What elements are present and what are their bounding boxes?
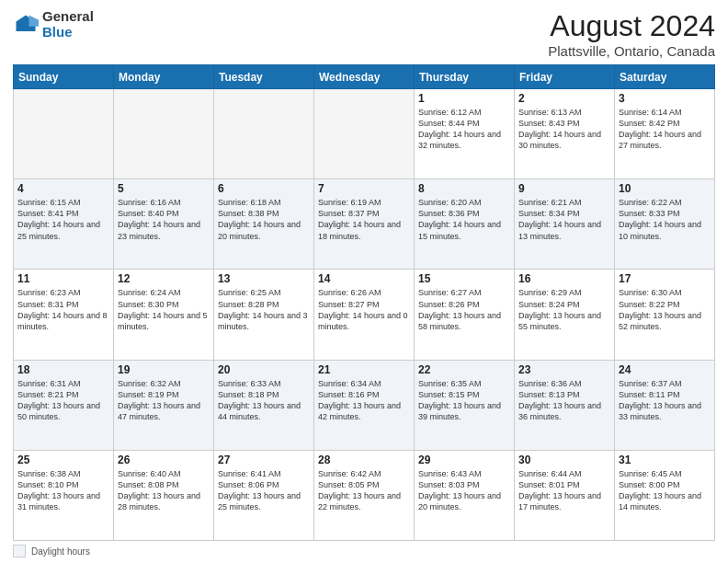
day-info: Sunrise: 6:15 AMSunset: 8:41 PMDaylight:… — [17, 197, 109, 242]
day-info: Sunrise: 6:22 AMSunset: 8:33 PMDaylight:… — [619, 197, 711, 242]
day-number: 10 — [619, 182, 711, 195]
day-info: Sunrise: 6:40 AMSunset: 8:08 PMDaylight:… — [118, 468, 210, 513]
day-number: 21 — [318, 363, 410, 376]
day-number: 31 — [619, 454, 711, 466]
table-row: 18Sunrise: 6:31 AMSunset: 8:21 PMDayligh… — [14, 360, 114, 450]
table-row: 1Sunrise: 6:12 AMSunset: 8:44 PMDaylight… — [415, 89, 515, 179]
day-number: 12 — [118, 272, 210, 285]
header-friday: Friday — [515, 65, 615, 89]
logo: General Blue — [13, 9, 94, 40]
day-number: 28 — [318, 454, 410, 466]
day-info: Sunrise: 6:12 AMSunset: 8:44 PMDaylight:… — [418, 107, 510, 152]
table-row: 16Sunrise: 6:29 AMSunset: 8:24 PMDayligh… — [515, 270, 615, 360]
day-number: 27 — [218, 454, 310, 466]
day-info: Sunrise: 6:25 AMSunset: 8:28 PMDaylight:… — [218, 287, 310, 332]
day-info: Sunrise: 6:16 AMSunset: 8:40 PMDaylight:… — [118, 197, 210, 242]
table-row: 29Sunrise: 6:43 AMSunset: 8:03 PMDayligh… — [415, 450, 515, 540]
day-number: 17 — [619, 272, 711, 285]
table-row: 23Sunrise: 6:36 AMSunset: 8:13 PMDayligh… — [515, 360, 615, 450]
legend-box — [13, 545, 26, 557]
weekday-header-row: Sunday Monday Tuesday Wednesday Thursday… — [14, 65, 715, 89]
day-info: Sunrise: 6:36 AMSunset: 8:13 PMDaylight:… — [518, 378, 610, 423]
table-row: 15Sunrise: 6:27 AMSunset: 8:26 PMDayligh… — [415, 270, 515, 360]
day-number: 25 — [17, 454, 109, 466]
legend-label: Daylight hours — [31, 546, 90, 557]
day-number: 26 — [118, 454, 210, 466]
table-row: 21Sunrise: 6:34 AMSunset: 8:16 PMDayligh… — [314, 360, 415, 450]
day-info: Sunrise: 6:37 AMSunset: 8:11 PMDaylight:… — [619, 378, 711, 423]
table-row: 8Sunrise: 6:20 AMSunset: 8:36 PMDaylight… — [415, 179, 515, 270]
table-row: 30Sunrise: 6:44 AMSunset: 8:01 PMDayligh… — [515, 450, 615, 540]
table-row — [114, 89, 214, 179]
logo-text: General Blue — [42, 9, 94, 40]
day-info: Sunrise: 6:14 AMSunset: 8:42 PMDaylight:… — [619, 107, 711, 152]
day-info: Sunrise: 6:31 AMSunset: 8:21 PMDaylight:… — [17, 378, 109, 423]
table-row: 9Sunrise: 6:21 AMSunset: 8:34 PMDaylight… — [515, 179, 615, 270]
day-info: Sunrise: 6:21 AMSunset: 8:34 PMDaylight:… — [518, 197, 610, 242]
day-info: Sunrise: 6:32 AMSunset: 8:19 PMDaylight:… — [118, 378, 210, 423]
table-row: 4Sunrise: 6:15 AMSunset: 8:41 PMDaylight… — [14, 179, 114, 270]
table-row: 6Sunrise: 6:18 AMSunset: 8:38 PMDaylight… — [214, 179, 314, 270]
day-number: 29 — [418, 454, 510, 466]
day-info: Sunrise: 6:35 AMSunset: 8:15 PMDaylight:… — [418, 378, 510, 423]
day-number: 30 — [518, 454, 610, 466]
day-number: 16 — [518, 272, 610, 285]
header-wednesday: Wednesday — [314, 65, 415, 89]
svg-marker-1 — [29, 15, 40, 26]
table-row — [214, 89, 314, 179]
day-number: 24 — [619, 363, 711, 376]
calendar-week-row: 25Sunrise: 6:38 AMSunset: 8:10 PMDayligh… — [14, 450, 715, 540]
table-row: 24Sunrise: 6:37 AMSunset: 8:11 PMDayligh… — [615, 360, 715, 450]
day-number: 5 — [118, 182, 210, 195]
header-sunday: Sunday — [14, 65, 114, 89]
table-row: 26Sunrise: 6:40 AMSunset: 8:08 PMDayligh… — [114, 450, 214, 540]
day-number: 15 — [418, 272, 510, 285]
logo-general-text: General — [42, 9, 94, 25]
calendar-week-row: 11Sunrise: 6:23 AMSunset: 8:31 PMDayligh… — [14, 270, 715, 360]
calendar-week-row: 4Sunrise: 6:15 AMSunset: 8:41 PMDaylight… — [14, 179, 715, 270]
table-row: 19Sunrise: 6:32 AMSunset: 8:19 PMDayligh… — [114, 360, 214, 450]
day-info: Sunrise: 6:27 AMSunset: 8:26 PMDaylight:… — [418, 287, 510, 332]
day-info: Sunrise: 6:24 AMSunset: 8:30 PMDaylight:… — [118, 287, 210, 332]
header-thursday: Thursday — [415, 65, 515, 89]
header: General Blue August 2024 Plattsville, On… — [13, 9, 715, 59]
day-number: 7 — [318, 182, 410, 195]
title-block: August 2024 Plattsville, Ontario, Canada — [548, 9, 715, 59]
day-number: 13 — [218, 272, 310, 285]
day-number: 8 — [418, 182, 510, 195]
logo-blue-text: Blue — [42, 25, 94, 40]
day-info: Sunrise: 6:44 AMSunset: 8:01 PMDaylight:… — [518, 468, 610, 513]
table-row: 3Sunrise: 6:14 AMSunset: 8:42 PMDaylight… — [615, 89, 715, 179]
day-info: Sunrise: 6:41 AMSunset: 8:06 PMDaylight:… — [218, 468, 310, 513]
header-saturday: Saturday — [615, 65, 715, 89]
table-row: 28Sunrise: 6:42 AMSunset: 8:05 PMDayligh… — [314, 450, 415, 540]
footer: Daylight hours — [13, 545, 715, 557]
day-info: Sunrise: 6:18 AMSunset: 8:38 PMDaylight:… — [218, 197, 310, 242]
day-number: 22 — [418, 363, 510, 376]
table-row — [314, 89, 415, 179]
day-info: Sunrise: 6:38 AMSunset: 8:10 PMDaylight:… — [17, 468, 109, 513]
table-row: 31Sunrise: 6:45 AMSunset: 8:00 PMDayligh… — [615, 450, 715, 540]
table-row: 17Sunrise: 6:30 AMSunset: 8:22 PMDayligh… — [615, 270, 715, 360]
day-info: Sunrise: 6:33 AMSunset: 8:18 PMDaylight:… — [218, 378, 310, 423]
day-number: 18 — [17, 363, 109, 376]
day-info: Sunrise: 6:20 AMSunset: 8:36 PMDaylight:… — [418, 197, 510, 242]
day-number: 4 — [17, 182, 109, 195]
day-number: 1 — [418, 92, 510, 105]
page: General Blue August 2024 Plattsville, On… — [0, 0, 728, 563]
table-row: 27Sunrise: 6:41 AMSunset: 8:06 PMDayligh… — [214, 450, 314, 540]
logo-icon — [13, 12, 39, 38]
table-row: 12Sunrise: 6:24 AMSunset: 8:30 PMDayligh… — [114, 270, 214, 360]
day-info: Sunrise: 6:34 AMSunset: 8:16 PMDaylight:… — [318, 378, 410, 423]
table-row: 10Sunrise: 6:22 AMSunset: 8:33 PMDayligh… — [615, 179, 715, 270]
day-info: Sunrise: 6:19 AMSunset: 8:37 PMDaylight:… — [318, 197, 410, 242]
day-number: 23 — [518, 363, 610, 376]
table-row: 13Sunrise: 6:25 AMSunset: 8:28 PMDayligh… — [214, 270, 314, 360]
calendar-title: August 2024 — [548, 9, 715, 43]
calendar-week-row: 18Sunrise: 6:31 AMSunset: 8:21 PMDayligh… — [14, 360, 715, 450]
day-info: Sunrise: 6:45 AMSunset: 8:00 PMDaylight:… — [619, 468, 711, 513]
day-number: 9 — [518, 182, 610, 195]
table-row: 2Sunrise: 6:13 AMSunset: 8:43 PMDaylight… — [515, 89, 615, 179]
day-info: Sunrise: 6:23 AMSunset: 8:31 PMDaylight:… — [17, 287, 109, 332]
day-info: Sunrise: 6:30 AMSunset: 8:22 PMDaylight:… — [619, 287, 711, 332]
